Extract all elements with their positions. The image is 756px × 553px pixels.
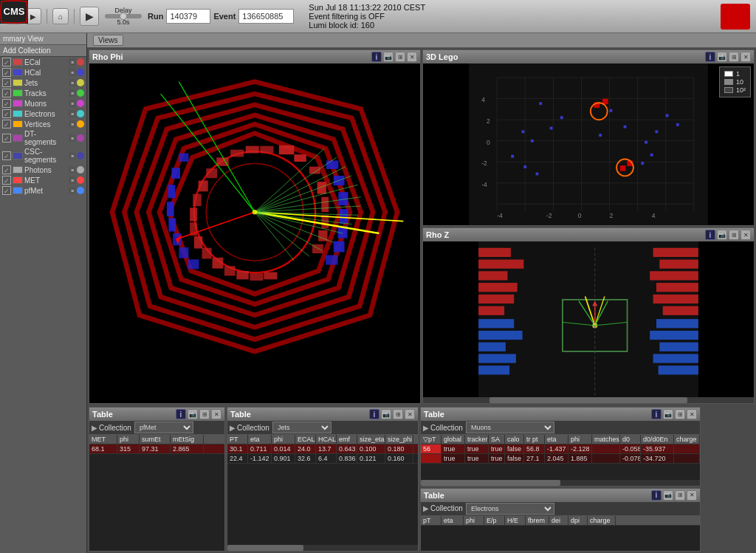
muons-coll-select[interactable]: Muons: [466, 422, 554, 433]
checkbox-photons[interactable]: ✓: [2, 165, 11, 174]
pfmet-info-icon[interactable]: i: [176, 409, 186, 419]
jets-cam-btn[interactable]: 📷: [381, 409, 391, 419]
sidebar-item-dt-segments[interactable]: ✓DT-segments≡: [0, 129, 86, 147]
checkbox-hcal[interactable]: ✓: [2, 68, 11, 77]
coll-icon2-vertices[interactable]: [77, 120, 84, 128]
pfmet-play-icon[interactable]: ▶: [92, 424, 97, 432]
sidebar-item-photons[interactable]: ✓Photons≡: [0, 165, 86, 175]
sidebar-item-met[interactable]: ✓MET≡: [0, 175, 86, 185]
coll-icon2-muons[interactable]: [77, 100, 84, 107]
sidebar-item-pfmet[interactable]: ✓pfMet≡: [0, 185, 86, 196]
checkbox-vertices[interactable]: ✓: [2, 120, 11, 128]
checkbox-pfmet[interactable]: ✓: [2, 186, 11, 195]
coll-icon2-dt-segments[interactable]: [77, 134, 84, 142]
muons-cam-btn[interactable]: 📷: [663, 409, 673, 419]
sidebar-item-electrons[interactable]: ✓Electrons≡: [0, 109, 86, 119]
lego-close[interactable]: ✕: [740, 52, 751, 62]
sidebar-item-csc-segments[interactable]: ✓CSC-segments≡: [0, 147, 86, 165]
electrons-info-icon[interactable]: i: [651, 490, 662, 501]
coll-icon2-jets[interactable]: [77, 79, 84, 86]
jets-info-icon[interactable]: i: [369, 409, 379, 419]
rho-z-close[interactable]: ✕: [740, 230, 751, 240]
checkbox-jets[interactable]: ✓: [2, 78, 11, 87]
rho-z-content[interactable]: [423, 241, 754, 403]
coll-icon2-ecal[interactable]: [77, 58, 84, 66]
play-btn[interactable]: ▶: [80, 7, 99, 26]
jets-scrollbar[interactable]: [227, 545, 418, 551]
rho-phi-content[interactable]: [89, 63, 420, 403]
rho-z-scrollbar[interactable]: [423, 397, 754, 403]
pfmet-coll-select[interactable]: pfMet: [134, 422, 193, 433]
coll-icon2-photons[interactable]: [77, 166, 84, 174]
checkbox-csc-segments[interactable]: ✓: [2, 151, 11, 160]
sidebar-item-muons[interactable]: ✓Muons≡: [0, 98, 86, 109]
rho-phi-info[interactable]: i: [371, 52, 382, 62]
coll-icon2-tracks[interactable]: [77, 89, 84, 97]
rho-phi-expand[interactable]: ⊞: [395, 52, 405, 62]
add-collection-btn[interactable]: Add Collection: [0, 45, 86, 57]
electrons-coll-select[interactable]: Electrons: [466, 503, 554, 515]
coll-icon2-pfmet[interactable]: [77, 187, 84, 194]
lego-expand[interactable]: ⊞: [729, 52, 739, 62]
delay-slider[interactable]: [105, 14, 142, 18]
muons-row-1[interactable]: true true true false 27.1 2.045 1.885 -0…: [421, 454, 700, 464]
coll-icon2-csc-segments[interactable]: [77, 152, 84, 159]
sidebar-item-hcal[interactable]: ✓HCal≡: [0, 67, 86, 78]
lego-info[interactable]: i: [705, 52, 715, 62]
coll-icon1-pfmet[interactable]: ≡: [69, 187, 76, 194]
coll-icon1-hcal[interactable]: ≡: [69, 69, 76, 76]
jets-expand-btn[interactable]: ⊞: [393, 409, 403, 419]
coll-icon1-ecal[interactable]: ≡: [69, 58, 76, 66]
run-input[interactable]: [166, 9, 210, 24]
pfmet-row-0[interactable]: 68.1 315 97.31 2.865: [89, 444, 224, 454]
coll-icon1-met[interactable]: ≡: [69, 176, 76, 184]
pfmet-close-btn[interactable]: ✕: [211, 409, 221, 419]
rho-z-cam[interactable]: 📷: [717, 230, 727, 240]
muons-table-scrollable[interactable]: ▽pT global tracker SA calo tr pt eta phi…: [421, 435, 700, 480]
muons-scrollbar-h[interactable]: [421, 480, 700, 486]
rho-phi-cam[interactable]: 📷: [383, 52, 394, 62]
home-btn[interactable]: ⌂: [52, 8, 69, 24]
sidebar-item-ecal[interactable]: ✓ECal≡: [0, 57, 86, 67]
rho-z-expand[interactable]: ⊞: [729, 230, 739, 240]
sidebar-item-vertices[interactable]: ✓Vertices≡: [0, 119, 86, 129]
jets-row-0[interactable]: 30.1 0.711 0.014 24.0 13.7 0.643 0.100 0…: [227, 444, 418, 454]
coll-icon1-jets[interactable]: ≡: [69, 79, 76, 86]
coll-icon1-vertices[interactable]: ≡: [69, 120, 76, 128]
lego-content[interactable]: 0 2 4 -2 -4 -4 -2 0 2 4: [423, 63, 754, 225]
coll-icon2-electrons[interactable]: [77, 110, 84, 117]
muons-row-0[interactable]: 56 true true true false 56.8 -1.437 -2.1…: [421, 444, 700, 454]
jets-coll-select[interactable]: Jets: [272, 422, 331, 433]
views-tab-btn[interactable]: Views: [93, 35, 123, 46]
checkbox-electrons[interactable]: ✓: [2, 109, 11, 118]
coll-icon1-electrons[interactable]: ≡: [69, 110, 76, 117]
coll-icon1-tracks[interactable]: ≡: [69, 89, 76, 97]
coll-icon1-csc-segments[interactable]: ≡: [69, 152, 76, 159]
coll-icon2-hcal[interactable]: [77, 69, 84, 76]
rho-phi-close[interactable]: ✕: [407, 52, 417, 62]
event-input[interactable]: [238, 9, 294, 24]
sidebar-item-tracks[interactable]: ✓Tracks≡: [0, 88, 86, 98]
jets-close-btn[interactable]: ✕: [405, 409, 415, 419]
lego-cam[interactable]: 📷: [717, 52, 727, 62]
checkbox-met[interactable]: ✓: [2, 176, 11, 185]
coll-icon1-dt-segments[interactable]: ≡: [69, 134, 76, 142]
sidebar-item-jets[interactable]: ✓Jets≡: [0, 78, 86, 88]
coll-icon1-muons[interactable]: ≡: [69, 100, 76, 107]
electrons-cam-btn[interactable]: 📷: [663, 490, 673, 501]
electrons-close-btn[interactable]: ✕: [687, 490, 697, 501]
pfmet-expand-btn[interactable]: ⊞: [199, 409, 210, 419]
electrons-expand-btn[interactable]: ⊞: [675, 490, 685, 501]
muons-expand-btn[interactable]: ⊞: [675, 409, 685, 419]
muons-close-btn[interactable]: ✕: [687, 409, 697, 419]
checkbox-muons[interactable]: ✓: [2, 99, 11, 108]
jets-play-icon[interactable]: ▶: [230, 424, 236, 432]
pfmet-cam-btn[interactable]: 📷: [188, 409, 198, 419]
checkbox-dt-segments[interactable]: ✓: [2, 134, 11, 142]
muons-info-icon[interactable]: i: [651, 409, 662, 419]
jets-row-1[interactable]: 22.4 -1.142 0.901 32.6 6.4 0.836 0.121 0…: [227, 454, 418, 464]
checkbox-tracks[interactable]: ✓: [2, 89, 11, 97]
coll-icon2-met[interactable]: [77, 176, 84, 184]
coll-icon1-photons[interactable]: ≡: [69, 166, 76, 174]
checkbox-ecal[interactable]: ✓: [2, 58, 11, 66]
